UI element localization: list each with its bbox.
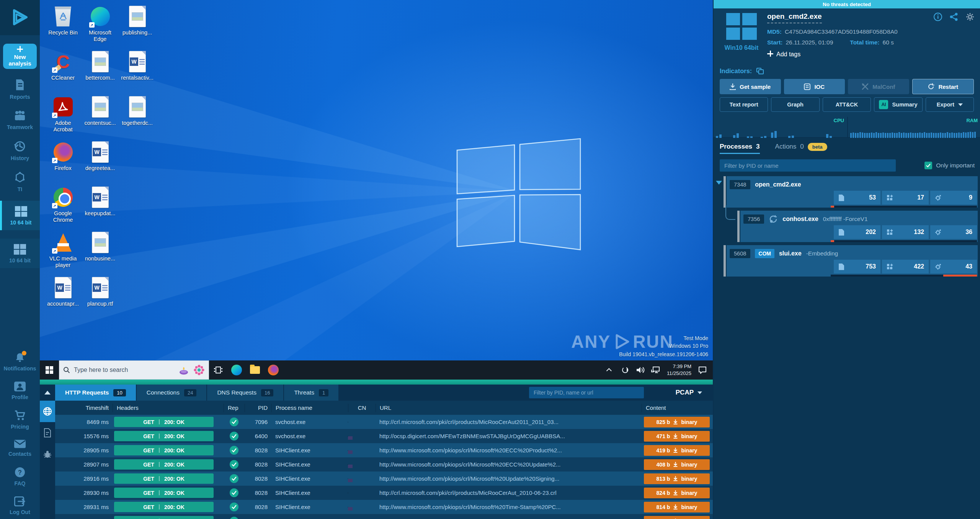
content-download-button[interactable]: 408 bbinary bbox=[644, 459, 710, 470]
sidebar-item-logout[interactable]: Log Out bbox=[0, 496, 40, 515]
desktop-icon-recycle-bin[interactable]: Recycle Bin bbox=[44, 2, 82, 47]
tab-connections[interactable]: Connections 24 bbox=[137, 385, 207, 401]
files-stat-chip[interactable]: 53 bbox=[834, 191, 880, 205]
sidebar-item-pricing[interactable]: Pricing bbox=[0, 410, 40, 430]
process-row-slui[interactable]: 5608 COM slui.exe -Embedding 753 bbox=[714, 245, 978, 277]
modules-stat-chip[interactable]: 422 bbox=[882, 260, 929, 273]
sidebar-item-teamwork[interactable]: Teamwork bbox=[0, 110, 40, 130]
col-pid[interactable]: PID bbox=[245, 404, 271, 412]
http-request-row[interactable]: 15576 ms GET200: OK 6400 svchost.exe htt… bbox=[55, 429, 713, 443]
tray-network[interactable] bbox=[649, 360, 662, 380]
content-download-button[interactable]: 471 bbinary bbox=[644, 431, 710, 442]
anyrun-logo[interactable] bbox=[0, 0, 40, 35]
taskbar-firefox[interactable] bbox=[264, 360, 283, 380]
tray-volume[interactable] bbox=[634, 360, 647, 380]
content-download-button[interactable]: 401 bbinary bbox=[644, 516, 710, 519]
attck-button[interactable]: ATT&CK bbox=[823, 97, 871, 112]
http-request-row[interactable]: 28905 ms GET200: OK 8028 SIHClient.exe h… bbox=[55, 443, 713, 457]
tab-actions[interactable]: Actions 0 beta bbox=[775, 143, 827, 151]
share-icon[interactable] bbox=[949, 12, 959, 21]
taskbar-search[interactable]: Type here to search bbox=[59, 360, 209, 380]
ai-summary-button[interactable]: AI Summary bbox=[874, 97, 922, 112]
sidebar-vm-win10-second[interactable]: 10 64 bit bbox=[0, 239, 40, 268]
network-view-threats[interactable] bbox=[40, 444, 55, 465]
http-request-row[interactable]: 28916 ms GET200: OK 8028 SIHClient.exe h… bbox=[55, 472, 713, 486]
taskbar-clock[interactable]: 7:39 PM 11/25/2025 bbox=[665, 363, 694, 377]
pcap-download-button[interactable]: PCAP bbox=[676, 385, 702, 401]
vm-desktop[interactable]: Recycle Bin C↗ CCleaner ↗ Adobe Acrobat … bbox=[40, 0, 713, 360]
network-filter-input[interactable] bbox=[529, 387, 644, 398]
tray-update-status[interactable] bbox=[619, 360, 632, 380]
sidebar-vm-win10-active[interactable]: 10 64 bit bbox=[0, 201, 40, 230]
sidebar-item-contacts[interactable]: Contacts bbox=[0, 440, 40, 457]
desktop-icon-accountapr-doc[interactable]: W accountapr... bbox=[44, 273, 82, 319]
only-important-toggle[interactable]: Only important bbox=[924, 162, 975, 169]
export-button[interactable]: Export bbox=[926, 97, 974, 112]
col-headers[interactable]: Headers bbox=[113, 404, 224, 412]
info-icon[interactable] bbox=[933, 12, 942, 21]
desktop-icon-bettercom-image[interactable]: bettercom... bbox=[82, 47, 119, 93]
http-request-row[interactable]: 28907 ms GET200: OK 8028 SIHClient.exe h… bbox=[55, 457, 713, 472]
http-request-row[interactable]: 28931 ms GET200: OK 8028 SIHClient.exe h… bbox=[55, 500, 713, 514]
task-view-button[interactable] bbox=[209, 360, 227, 380]
tab-dns-requests[interactable]: DNS Requests 16 bbox=[207, 385, 284, 401]
start-button[interactable] bbox=[40, 360, 59, 380]
col-process-name[interactable]: Process name bbox=[271, 404, 348, 412]
graph-button[interactable]: Graph bbox=[771, 97, 819, 112]
files-stat-chip[interactable]: 202 bbox=[834, 225, 880, 239]
operations-stat-chip[interactable]: 36 bbox=[930, 225, 977, 239]
process-row-conhost[interactable]: 7356 conhost.exe 0xffffffff -ForceV1 202 bbox=[714, 211, 978, 242]
desktop-icon-togetherdc-image[interactable]: togetherdc... bbox=[119, 93, 156, 138]
desktop-icon-plancup-doc[interactable]: W plancup.rtf bbox=[82, 273, 119, 319]
tab-http-requests[interactable]: HTTP Requests 10 bbox=[55, 385, 137, 401]
indicators-copy-icon[interactable] bbox=[756, 68, 764, 75]
sidebar-item-faq[interactable]: ? FAQ bbox=[0, 467, 40, 486]
collapse-triangle-icon[interactable] bbox=[716, 181, 722, 185]
http-request-row[interactable]: 8469 ms GET200: OK 7096 svchost.exe http… bbox=[55, 415, 713, 429]
modules-stat-chip[interactable]: 17 bbox=[882, 191, 929, 205]
tray-chevron-up[interactable] bbox=[603, 360, 616, 380]
desktop-icon-ccleaner[interactable]: C↗ CCleaner bbox=[44, 47, 82, 93]
sidebar-item-ti[interactable]: TI bbox=[0, 171, 40, 192]
network-view-files[interactable] bbox=[40, 422, 55, 444]
desktop-icon-firefox[interactable]: ↗ Firefox bbox=[44, 138, 82, 183]
sidebar-item-notifications[interactable]: Notifications bbox=[0, 352, 40, 372]
get-sample-button[interactable]: Get sample bbox=[720, 79, 781, 94]
col-timeshift[interactable]: Timeshift bbox=[55, 404, 113, 412]
modules-stat-chip[interactable]: 132 bbox=[882, 225, 929, 239]
desktop-icon-rentalsactiv-doc[interactable]: W rentalsactiv... bbox=[119, 47, 156, 93]
desktop-icon-nonbusine-image[interactable]: nonbusine... bbox=[82, 228, 119, 273]
operations-stat-chip[interactable]: 43 bbox=[930, 260, 977, 273]
col-url[interactable]: URL bbox=[376, 404, 642, 412]
desktop-icon-adobe-acrobat[interactable]: ↗ Adobe Acrobat bbox=[44, 93, 82, 138]
content-download-button[interactable]: 814 bbinary bbox=[644, 502, 710, 512]
restart-button[interactable]: Restart bbox=[912, 79, 974, 94]
content-download-button[interactable]: 824 bbinary bbox=[644, 488, 710, 498]
ioc-button[interactable]: IOC bbox=[784, 79, 845, 94]
sidebar-item-profile[interactable]: Profile bbox=[0, 381, 40, 400]
content-download-button[interactable]: 825 bbinary bbox=[644, 417, 710, 427]
new-analysis-button[interactable]: New analysis bbox=[3, 44, 37, 69]
malconf-button[interactable]: MalConf bbox=[848, 79, 909, 94]
col-cn[interactable]: CN bbox=[348, 404, 376, 412]
operations-stat-chip[interactable]: 9 bbox=[930, 191, 977, 205]
desktop-icon-keepupdat-doc[interactable]: W keepupdat... bbox=[82, 183, 119, 228]
http-request-row[interactable]: 28933 ms GET200: OK 8028 SIHClient.exe h… bbox=[55, 514, 713, 519]
taskbar-edge[interactable] bbox=[227, 360, 246, 380]
col-rep[interactable]: Rep bbox=[224, 404, 245, 412]
panel-collapse-button[interactable] bbox=[40, 385, 55, 401]
col-content[interactable]: Content bbox=[642, 404, 713, 412]
process-row-open-cmd2[interactable]: 7348 open_cmd2.exe 53 17 bbox=[714, 176, 978, 208]
desktop-icon-google-chrome[interactable]: ↗ Google Chrome bbox=[44, 183, 82, 228]
action-center-button[interactable] bbox=[696, 360, 709, 380]
content-download-button[interactable]: 419 bbinary bbox=[644, 445, 710, 456]
gear-icon[interactable] bbox=[965, 12, 975, 21]
task-title[interactable]: open_cmd2.exe bbox=[767, 12, 822, 23]
add-tags-button[interactable]: Add tags bbox=[767, 51, 800, 58]
desktop-icon-vlc[interactable]: ↗ VLC media player bbox=[44, 228, 82, 273]
desktop-icon-publishing-image[interactable]: publishing... bbox=[119, 2, 156, 47]
tab-processes[interactable]: Processes 3 bbox=[720, 143, 760, 151]
desktop-icon-microsoft-edge[interactable]: ↗ Microsoft Edge bbox=[82, 2, 119, 47]
sidebar-item-reports[interactable]: Reports bbox=[0, 79, 40, 100]
files-stat-chip[interactable]: 753 bbox=[834, 260, 880, 273]
